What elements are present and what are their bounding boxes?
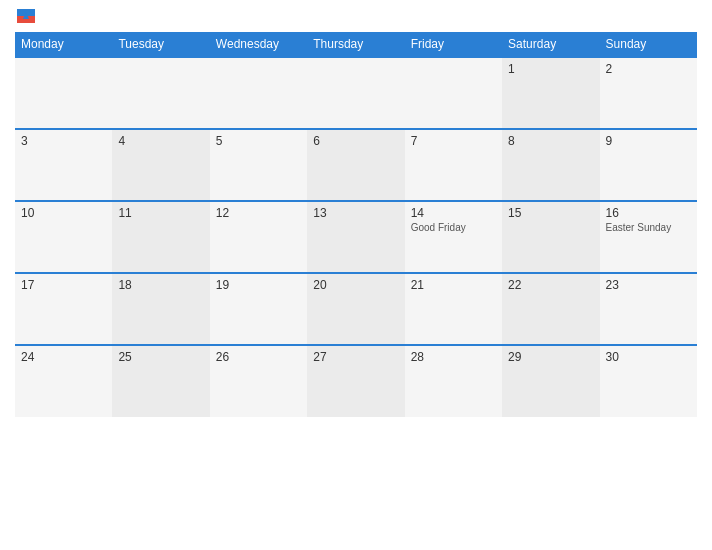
weekday-header-sunday: Sunday — [600, 32, 697, 57]
calendar-cell: 13 — [307, 201, 404, 273]
day-number: 26 — [216, 350, 301, 364]
header — [15, 10, 697, 24]
calendar-cell: 30 — [600, 345, 697, 417]
day-number: 15 — [508, 206, 593, 220]
calendar-cell: 22 — [502, 273, 599, 345]
day-number: 17 — [21, 278, 106, 292]
weekday-header-tuesday: Tuesday — [112, 32, 209, 57]
day-number: 16 — [606, 206, 691, 220]
calendar-cell: 2 — [600, 57, 697, 129]
day-number: 20 — [313, 278, 398, 292]
calendar-cell: 24 — [15, 345, 112, 417]
weekday-header-monday: Monday — [15, 32, 112, 57]
day-number: 29 — [508, 350, 593, 364]
calendar-cell — [210, 57, 307, 129]
calendar-cell: 8 — [502, 129, 599, 201]
calendar-cell: 7 — [405, 129, 502, 201]
weekday-header-thursday: Thursday — [307, 32, 404, 57]
calendar-cell — [307, 57, 404, 129]
calendar-cell: 6 — [307, 129, 404, 201]
calendar-table: MondayTuesdayWednesdayThursdayFridaySatu… — [15, 32, 697, 417]
day-number: 5 — [216, 134, 301, 148]
calendar-cell: 9 — [600, 129, 697, 201]
weekday-header-friday: Friday — [405, 32, 502, 57]
day-number: 13 — [313, 206, 398, 220]
day-number: 25 — [118, 350, 203, 364]
calendar-cell: 11 — [112, 201, 209, 273]
day-number: 18 — [118, 278, 203, 292]
weekday-header-saturday: Saturday — [502, 32, 599, 57]
day-number: 30 — [606, 350, 691, 364]
calendar-cell: 10 — [15, 201, 112, 273]
day-number: 21 — [411, 278, 496, 292]
day-number: 27 — [313, 350, 398, 364]
calendar-cell: 14Good Friday — [405, 201, 502, 273]
day-number: 10 — [21, 206, 106, 220]
weekday-header-wednesday: Wednesday — [210, 32, 307, 57]
calendar-cell: 23 — [600, 273, 697, 345]
calendar-cell: 26 — [210, 345, 307, 417]
calendar-cell — [405, 57, 502, 129]
calendar-cell: 3 — [15, 129, 112, 201]
calendar-cell — [15, 57, 112, 129]
day-number: 6 — [313, 134, 398, 148]
day-number: 2 — [606, 62, 691, 76]
calendar-week-row: 17181920212223 — [15, 273, 697, 345]
calendar-week-row: 1011121314Good Friday1516Easter Sunday — [15, 201, 697, 273]
day-number: 23 — [606, 278, 691, 292]
calendar-cell: 20 — [307, 273, 404, 345]
calendar-cell: 29 — [502, 345, 599, 417]
day-number: 24 — [21, 350, 106, 364]
calendar-cell: 21 — [405, 273, 502, 345]
calendar-cell: 4 — [112, 129, 209, 201]
calendar-week-row: 12 — [15, 57, 697, 129]
day-number: 9 — [606, 134, 691, 148]
calendar-cell — [112, 57, 209, 129]
calendar-cell: 27 — [307, 345, 404, 417]
weekday-header-row: MondayTuesdayWednesdayThursdayFridaySatu… — [15, 32, 697, 57]
calendar-cell: 28 — [405, 345, 502, 417]
holiday-label: Easter Sunday — [606, 222, 691, 233]
day-number: 3 — [21, 134, 106, 148]
calendar-cell: 12 — [210, 201, 307, 273]
day-number: 12 — [216, 206, 301, 220]
calendar-cell: 19 — [210, 273, 307, 345]
calendar-cell: 18 — [112, 273, 209, 345]
day-number: 7 — [411, 134, 496, 148]
day-number: 14 — [411, 206, 496, 220]
calendar-cell: 15 — [502, 201, 599, 273]
calendar-cell: 5 — [210, 129, 307, 201]
calendar-cell: 1 — [502, 57, 599, 129]
day-number: 1 — [508, 62, 593, 76]
calendar-header: MondayTuesdayWednesdayThursdayFridaySatu… — [15, 32, 697, 57]
holiday-label: Good Friday — [411, 222, 496, 233]
day-number: 8 — [508, 134, 593, 148]
day-number: 28 — [411, 350, 496, 364]
calendar-page: MondayTuesdayWednesdayThursdayFridaySatu… — [0, 0, 712, 550]
calendar-cell: 16Easter Sunday — [600, 201, 697, 273]
calendar-cell: 25 — [112, 345, 209, 417]
calendar-week-row: 3456789 — [15, 129, 697, 201]
calendar-cell: 17 — [15, 273, 112, 345]
logo-flag-icon — [17, 9, 35, 23]
day-number: 11 — [118, 206, 203, 220]
calendar-body: 1234567891011121314Good Friday1516Easter… — [15, 57, 697, 417]
day-number: 19 — [216, 278, 301, 292]
day-number: 4 — [118, 134, 203, 148]
calendar-week-row: 24252627282930 — [15, 345, 697, 417]
logo — [15, 10, 35, 24]
day-number: 22 — [508, 278, 593, 292]
